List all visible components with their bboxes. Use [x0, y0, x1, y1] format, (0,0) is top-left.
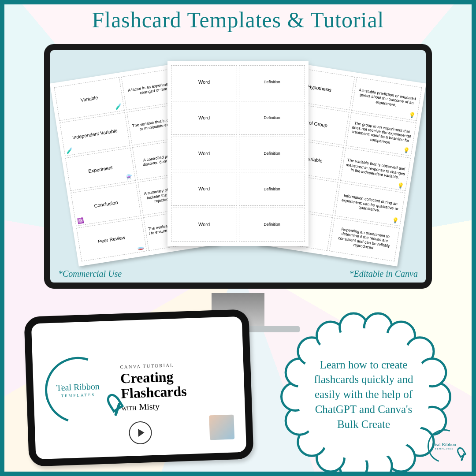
- bulb-icon: 💡: [397, 182, 405, 190]
- beaker-icon: ⚗️: [126, 174, 134, 181]
- ribbon-icon: [107, 393, 123, 416]
- list-item: Definition: [239, 208, 305, 242]
- petri-icon: 🧫: [137, 244, 145, 251]
- ribbon-icon: [457, 447, 466, 460]
- list-item: Definition: [239, 137, 305, 171]
- list-item: Word: [171, 101, 237, 135]
- flashcard-sheets: Variable🧪 A factor in an experiment can …: [63, 58, 413, 258]
- list-item: Definition: [239, 101, 305, 135]
- tutorial-title: Creating Flashcards: [120, 368, 199, 401]
- tutorial-subtitle: CANVA TUTORIAL: [120, 361, 197, 369]
- play-button[interactable]: [129, 421, 152, 445]
- brand-name: Teal Ribbon: [432, 442, 456, 447]
- list-item: Word: [171, 208, 237, 242]
- list-item: Word: [171, 172, 237, 206]
- testtubes-icon: 🧪: [66, 147, 74, 154]
- promo-text: Learn how to create flashcards quickly a…: [298, 328, 430, 461]
- note-commercial-use: *Commercial Use: [58, 269, 122, 279]
- atom-icon: ⚛️: [77, 218, 85, 225]
- author-avatar: [209, 415, 234, 440]
- brand-sub: TEMPLATES: [56, 392, 100, 398]
- list-item: Definition: [239, 65, 305, 99]
- promo-badge: Learn how to create flashcards quickly a…: [282, 313, 445, 476]
- brand-name: Teal Ribbon: [56, 382, 100, 392]
- list-item: Word: [171, 137, 237, 171]
- tablet-mockup: Teal Ribbon TEMPLATES CANVA TUTORIAL Cre…: [24, 309, 254, 467]
- list-item: Word: [171, 65, 237, 99]
- bulb-icon: 💡: [391, 218, 399, 225]
- bulb-icon: 💡: [402, 147, 410, 154]
- flask-icon: 🧪: [115, 104, 122, 111]
- author-signature: Misty: [139, 401, 160, 412]
- brand-logo: Teal Ribbon TEMPLATES: [33, 346, 123, 435]
- corner-brand-logo: Teal Ribbon TEMPLATES: [428, 429, 463, 465]
- note-editable-canva: *Editable in Canva: [349, 269, 418, 279]
- monitor-mockup: Variable🧪 A factor in an experiment can …: [44, 44, 432, 289]
- page-title: Flashcard Templates & Tutorial: [4, 7, 472, 33]
- brand-sub: TEMPLATES: [432, 448, 456, 450]
- bulb-icon: 💡: [408, 112, 416, 119]
- list-item: Definition: [239, 172, 305, 206]
- sheet-center: Word Definition Word Definition Word Def…: [167, 61, 309, 246]
